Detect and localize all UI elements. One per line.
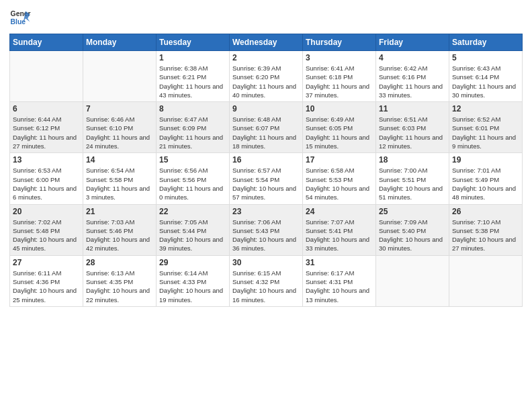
day-number: 24 xyxy=(306,207,373,216)
header: General Blue xyxy=(9,7,523,28)
day-info: Sunrise: 6:38 AM Sunset: 6:21 PM Dayligh… xyxy=(159,64,226,99)
day-info: Sunrise: 6:47 AM Sunset: 6:09 PM Dayligh… xyxy=(159,115,226,150)
calendar-cell: 19Sunrise: 7:01 AM Sunset: 5:49 PM Dayli… xyxy=(449,153,523,204)
calendar-cell: 3Sunrise: 6:41 AM Sunset: 6:18 PM Daylig… xyxy=(303,51,376,102)
day-info: Sunrise: 6:52 AM Sunset: 6:01 PM Dayligh… xyxy=(452,115,519,150)
day-number: 7 xyxy=(86,104,153,113)
calendar-cell: 29Sunrise: 6:14 AM Sunset: 4:33 PM Dayli… xyxy=(157,255,230,306)
day-info: Sunrise: 6:53 AM Sunset: 6:00 PM Dayligh… xyxy=(13,166,80,201)
calendar-cell xyxy=(449,255,523,306)
day-info: Sunrise: 6:49 AM Sunset: 6:05 PM Dayligh… xyxy=(306,115,373,150)
day-info: Sunrise: 7:02 AM Sunset: 5:48 PM Dayligh… xyxy=(13,218,80,253)
day-info: Sunrise: 7:07 AM Sunset: 5:41 PM Dayligh… xyxy=(306,218,373,253)
day-number: 19 xyxy=(452,155,519,165)
calendar-week-3: 20Sunrise: 7:02 AM Sunset: 5:48 PM Dayli… xyxy=(10,204,523,255)
day-info: Sunrise: 6:39 AM Sunset: 6:20 PM Dayligh… xyxy=(232,64,300,99)
day-number: 22 xyxy=(159,207,226,216)
calendar-cell: 23Sunrise: 7:06 AM Sunset: 5:43 PM Dayli… xyxy=(230,204,303,255)
day-info: Sunrise: 6:46 AM Sunset: 6:10 PM Dayligh… xyxy=(86,115,153,150)
day-number: 23 xyxy=(232,207,300,216)
calendar-cell: 22Sunrise: 7:05 AM Sunset: 5:44 PM Dayli… xyxy=(157,204,230,255)
day-info: Sunrise: 6:14 AM Sunset: 4:33 PM Dayligh… xyxy=(159,269,226,304)
calendar-cell xyxy=(83,51,157,102)
day-number: 6 xyxy=(13,104,80,113)
calendar-cell: 12Sunrise: 6:52 AM Sunset: 6:01 PM Dayli… xyxy=(449,102,523,153)
calendar-week-2: 13Sunrise: 6:53 AM Sunset: 6:00 PM Dayli… xyxy=(10,153,523,204)
calendar-cell: 4Sunrise: 6:42 AM Sunset: 6:16 PM Daylig… xyxy=(376,51,449,102)
calendar-table: SundayMondayTuesdayWednesdayThursdayFrid… xyxy=(9,34,523,307)
day-number: 29 xyxy=(159,258,226,267)
weekday-saturday: Saturday xyxy=(449,34,523,51)
weekday-sunday: Sunday xyxy=(10,34,83,51)
day-info: Sunrise: 7:03 AM Sunset: 5:46 PM Dayligh… xyxy=(86,218,153,253)
weekday-monday: Monday xyxy=(83,34,157,51)
day-info: Sunrise: 6:58 AM Sunset: 5:53 PM Dayligh… xyxy=(306,166,373,201)
weekday-tuesday: Tuesday xyxy=(157,34,230,51)
day-number: 27 xyxy=(13,258,80,267)
day-info: Sunrise: 6:11 AM Sunset: 4:36 PM Dayligh… xyxy=(13,269,80,304)
day-info: Sunrise: 6:42 AM Sunset: 6:16 PM Dayligh… xyxy=(379,64,446,99)
calendar-cell: 1Sunrise: 6:38 AM Sunset: 6:21 PM Daylig… xyxy=(157,51,230,102)
weekday-wednesday: Wednesday xyxy=(230,34,303,51)
day-number: 25 xyxy=(379,207,446,216)
day-number: 3 xyxy=(306,53,373,62)
day-number: 17 xyxy=(306,155,373,165)
calendar-week-0: 1Sunrise: 6:38 AM Sunset: 6:21 PM Daylig… xyxy=(10,51,523,102)
day-number: 26 xyxy=(452,207,519,216)
calendar-cell: 10Sunrise: 6:49 AM Sunset: 6:05 PM Dayli… xyxy=(303,102,376,153)
day-number: 21 xyxy=(86,207,153,216)
day-number: 8 xyxy=(159,104,226,113)
day-info: Sunrise: 6:44 AM Sunset: 6:12 PM Dayligh… xyxy=(13,115,80,150)
logo-icon: General Blue xyxy=(9,7,31,28)
day-info: Sunrise: 7:10 AM Sunset: 5:38 PM Dayligh… xyxy=(452,218,519,253)
day-number: 20 xyxy=(13,207,80,216)
day-info: Sunrise: 6:54 AM Sunset: 5:58 PM Dayligh… xyxy=(86,166,153,201)
calendar-cell: 17Sunrise: 6:58 AM Sunset: 5:53 PM Dayli… xyxy=(303,153,376,204)
calendar-week-1: 6Sunrise: 6:44 AM Sunset: 6:12 PM Daylig… xyxy=(10,102,523,153)
day-number: 30 xyxy=(232,258,300,267)
day-number: 4 xyxy=(379,53,446,62)
calendar-cell: 11Sunrise: 6:51 AM Sunset: 6:03 PM Dayli… xyxy=(376,102,449,153)
calendar-week-4: 27Sunrise: 6:11 AM Sunset: 4:36 PM Dayli… xyxy=(10,255,523,306)
day-info: Sunrise: 6:48 AM Sunset: 6:07 PM Dayligh… xyxy=(232,115,300,150)
page: General Blue SundayMondayTuesdayWednesda… xyxy=(0,0,532,411)
day-info: Sunrise: 6:17 AM Sunset: 4:31 PM Dayligh… xyxy=(306,269,373,304)
day-number: 10 xyxy=(306,104,373,113)
day-info: Sunrise: 6:56 AM Sunset: 5:56 PM Dayligh… xyxy=(159,166,226,201)
calendar-cell: 21Sunrise: 7:03 AM Sunset: 5:46 PM Dayli… xyxy=(83,204,157,255)
day-number: 12 xyxy=(452,104,519,113)
calendar-cell: 20Sunrise: 7:02 AM Sunset: 5:48 PM Dayli… xyxy=(10,204,83,255)
day-number: 11 xyxy=(379,104,446,113)
logo: General Blue xyxy=(9,7,32,28)
day-number: 14 xyxy=(86,155,153,165)
day-info: Sunrise: 6:13 AM Sunset: 4:35 PM Dayligh… xyxy=(86,269,153,304)
calendar-cell: 26Sunrise: 7:10 AM Sunset: 5:38 PM Dayli… xyxy=(449,204,523,255)
day-number: 16 xyxy=(232,155,300,165)
calendar-cell: 25Sunrise: 7:09 AM Sunset: 5:40 PM Dayli… xyxy=(376,204,449,255)
calendar-cell: 30Sunrise: 6:15 AM Sunset: 4:32 PM Dayli… xyxy=(230,255,303,306)
day-number: 9 xyxy=(232,104,300,113)
day-number: 31 xyxy=(306,258,373,267)
calendar-cell: 16Sunrise: 6:57 AM Sunset: 5:54 PM Dayli… xyxy=(230,153,303,204)
day-number: 13 xyxy=(13,155,80,165)
calendar-cell: 8Sunrise: 6:47 AM Sunset: 6:09 PM Daylig… xyxy=(157,102,230,153)
weekday-thursday: Thursday xyxy=(303,34,376,51)
calendar-cell: 6Sunrise: 6:44 AM Sunset: 6:12 PM Daylig… xyxy=(10,102,83,153)
calendar-cell xyxy=(10,51,83,102)
day-info: Sunrise: 6:41 AM Sunset: 6:18 PM Dayligh… xyxy=(306,64,373,99)
calendar-cell: 2Sunrise: 6:39 AM Sunset: 6:20 PM Daylig… xyxy=(230,51,303,102)
calendar-cell: 9Sunrise: 6:48 AM Sunset: 6:07 PM Daylig… xyxy=(230,102,303,153)
day-info: Sunrise: 6:57 AM Sunset: 5:54 PM Dayligh… xyxy=(232,166,300,201)
day-number: 28 xyxy=(86,258,153,267)
day-info: Sunrise: 7:00 AM Sunset: 5:51 PM Dayligh… xyxy=(379,166,446,201)
calendar-cell: 18Sunrise: 7:00 AM Sunset: 5:51 PM Dayli… xyxy=(376,153,449,204)
calendar-cell: 15Sunrise: 6:56 AM Sunset: 5:56 PM Dayli… xyxy=(157,153,230,204)
day-number: 15 xyxy=(159,155,226,165)
day-info: Sunrise: 6:51 AM Sunset: 6:03 PM Dayligh… xyxy=(379,115,446,150)
calendar-cell xyxy=(376,255,449,306)
calendar-cell: 13Sunrise: 6:53 AM Sunset: 6:00 PM Dayli… xyxy=(10,153,83,204)
day-number: 2 xyxy=(232,53,300,62)
weekday-friday: Friday xyxy=(376,34,449,51)
day-info: Sunrise: 6:15 AM Sunset: 4:32 PM Dayligh… xyxy=(232,269,300,304)
calendar-cell: 31Sunrise: 6:17 AM Sunset: 4:31 PM Dayli… xyxy=(303,255,376,306)
